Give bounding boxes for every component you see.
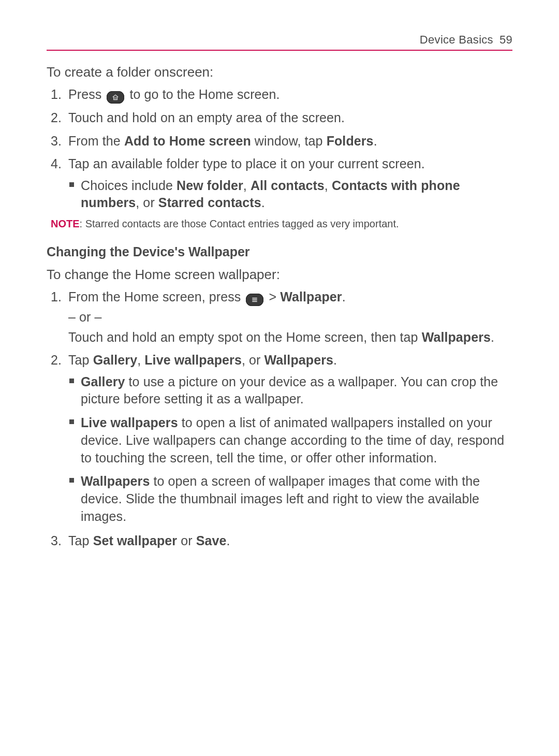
step-text: Touch and hold on an empty area of the s… (68, 110, 345, 125)
bold-term: Wallpapers (422, 330, 491, 344)
step-number: 3. (51, 532, 62, 550)
bullet-item: Live wallpapers to open a list of animat… (68, 414, 512, 467)
step-item: 1.Press to go to the Home screen. (51, 85, 512, 104)
step-text: From the Add to Home screen window, tap … (68, 134, 377, 148)
step-item: 4.Tap an available folder type to place … (51, 155, 512, 212)
bold-term: Starred contacts (158, 195, 261, 210)
bold-term: Gallery (81, 374, 125, 389)
step-item: 1.From the Home screen, press > Wallpape… (51, 288, 512, 346)
step-text: Press to go to the Home screen. (68, 87, 280, 101)
page-number: 59 (499, 33, 512, 47)
step-item: 2.Tap Gallery, Live wallpapers, or Wallp… (51, 351, 512, 526)
bold-term: New folder (176, 178, 243, 193)
step-continuation: – or – (68, 308, 512, 326)
step-item: 3.From the Add to Home screen window, ta… (51, 132, 512, 150)
step-item: 2.Touch and hold on an empty area of the… (51, 109, 512, 127)
sub-bullets: Gallery to use a picture on your device … (68, 373, 512, 526)
bold-term: Save (196, 533, 227, 548)
svg-rect-0 (253, 298, 257, 299)
bold-term: Add to Home screen (124, 134, 251, 148)
bold-term: Wallpapers (81, 474, 150, 488)
bullet-item: Choices include New folder, All contacts… (68, 177, 512, 212)
subsection-title-change-wallpaper: To change the Home screen wallpaper: (47, 267, 512, 283)
subsection-title-create-folder: To create a folder onscreen: (47, 64, 512, 80)
manual-page: Device Basics 59 To create a folder onsc… (0, 0, 559, 575)
step-continuation: Touch and hold an empty spot on the Home… (68, 328, 512, 346)
step-text: Tap Gallery, Live wallpapers, or Wallpap… (68, 353, 337, 367)
step-number: 2. (51, 351, 62, 369)
menu-key-icon (246, 294, 263, 306)
sub-bullets: Choices include New folder, All contacts… (68, 177, 512, 212)
svg-rect-1 (253, 299, 257, 300)
svg-rect-2 (253, 301, 257, 302)
note-starred-contacts: NOTE: Starred contacts are those Contact… (51, 218, 512, 230)
step-text: From the Home screen, press > Wallpaper. (68, 289, 346, 304)
step-number: 1. (51, 85, 62, 104)
bullet-item: Gallery to use a picture on your device … (68, 373, 512, 409)
bold-term: All contacts (251, 178, 325, 193)
step-number: 1. (51, 288, 62, 306)
bold-term: Live wallpapers (144, 353, 242, 367)
bold-term: Set wallpaper (93, 533, 177, 548)
section-name: Device Basics (420, 33, 493, 47)
bold-term: Folders (327, 134, 374, 148)
step-text: Tap Set wallpaper or Save. (68, 533, 230, 548)
section-heading-wallpaper: Changing the Device's Wallpaper (47, 244, 512, 259)
step-item: 3.Tap Set wallpaper or Save. (51, 532, 512, 550)
bold-term: Wallpapers (264, 353, 333, 367)
bullet-item: Wallpapers to open a screen of wallpaper… (68, 473, 512, 525)
step-number: 4. (51, 155, 62, 173)
step-number: 2. (51, 109, 62, 127)
change-wallpaper-steps: 1.From the Home screen, press > Wallpape… (51, 288, 512, 549)
step-text: Tap an available folder type to place it… (68, 156, 425, 171)
home-key-icon (107, 91, 124, 104)
bold-term: Gallery (93, 353, 137, 367)
bold-term: Wallpaper (280, 289, 342, 304)
step-number: 3. (51, 132, 62, 150)
create-folder-steps: 1.Press to go to the Home screen.2.Touch… (51, 85, 512, 212)
bold-term: Live wallpapers (81, 415, 178, 430)
running-header: Device Basics 59 (47, 33, 512, 51)
